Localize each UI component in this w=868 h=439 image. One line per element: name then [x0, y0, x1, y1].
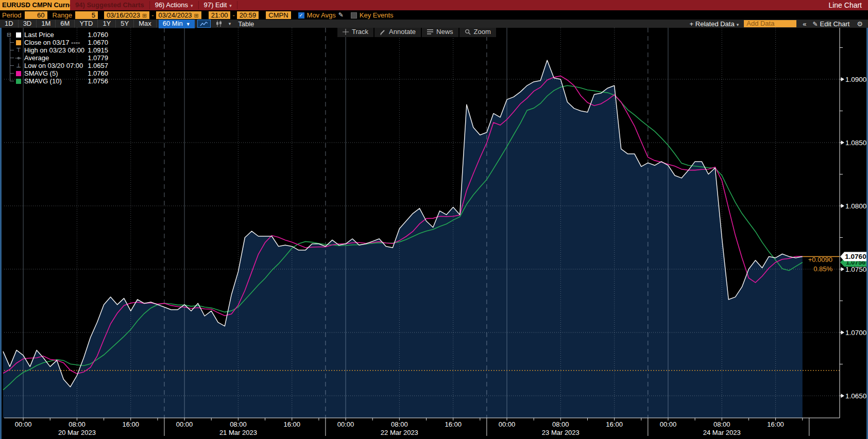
menu-edit[interactable]: 97) Edit▾ [199, 0, 237, 10]
date-from-input[interactable]: 03/16/2023⊞ [104, 11, 149, 19]
chart-tool-track-button[interactable]: Track [337, 27, 373, 37]
menu-actions[interactable]: 96) Actions▾ [150, 0, 198, 10]
y-axis-label: 1.0650 [845, 392, 866, 400]
x-axis-time-label: 00:00 [499, 420, 516, 428]
legend-row-last-price[interactable]: Last Price1.0760 [10, 31, 108, 39]
gear-icon[interactable]: ⚙ [857, 20, 863, 28]
x-axis-time-label: 00:00 [660, 420, 677, 428]
magnifier-icon [465, 29, 471, 35]
key-events-label[interactable]: Key Events [360, 11, 394, 19]
menu-suggested-charts[interactable]: 94) Suggested Charts [70, 0, 149, 10]
legend-swatch-icon [15, 79, 22, 84]
chart-type-label: Line Chart [828, 0, 868, 10]
calendar-icon[interactable]: ⊞ [142, 12, 147, 19]
y-axis-tick-arrow-icon [841, 267, 845, 271]
y-axis-label: 1.0800 [845, 202, 866, 210]
pencil-icon: ✎ [812, 21, 818, 28]
date-to-input[interactable]: 03/24/2023⊞ [156, 11, 201, 19]
line-chart-type-button[interactable] [198, 20, 210, 27]
mov-avgs-checkbox[interactable]: ✓ [298, 12, 304, 19]
legend-tree-connector [10, 81, 14, 81]
range-tab-1y[interactable]: 1Y [98, 20, 116, 28]
legend-row-high-on-03-23-06-00[interactable]: ⊤High on 03/23 06:001.0915 [10, 46, 108, 54]
chart-tool-news-button[interactable]: News [422, 27, 458, 37]
legend-label: SMAVG (10) [24, 77, 62, 85]
key-events-checkbox[interactable] [351, 12, 357, 19]
time-to-input[interactable]: 20:59 [237, 11, 259, 19]
related-data-button[interactable]: + Related Data▾ [690, 20, 739, 28]
y-axis-tick-arrow-icon [841, 204, 845, 208]
table-button[interactable]: Table [238, 20, 254, 28]
calendar-icon[interactable]: ⊞ [194, 12, 199, 19]
chart-tool-label: Track [352, 27, 368, 37]
low-marker-icon: ⊥ [15, 62, 22, 69]
interval-dropdown[interactable]: 60 Min▼ [159, 20, 195, 28]
high-marker-icon: ⊤ [15, 47, 22, 54]
caret-down-icon: ▾ [229, 3, 232, 8]
bloomberg-chart-window: 00:0008:0016:0020 Mar 202300:0008:0016:0… [0, 0, 868, 439]
legend-swatch-icon [15, 71, 22, 76]
x-axis-date-label: 21 Mar 2023 [219, 429, 257, 436]
legend-label: High on 03/23 06:00 [24, 46, 84, 54]
range-tab-5y[interactable]: 5Y [116, 20, 134, 28]
legend-row-smavg-5[interactable]: SMAVG (5)1.0760 [10, 69, 108, 77]
related-data-label: + Related Data [690, 20, 735, 28]
range-tab-1m[interactable]: 1M [37, 20, 56, 28]
chart-type-more-dropdown[interactable]: ▾ [229, 21, 231, 26]
edit-chart-button[interactable]: ✎Edit Chart [812, 20, 849, 28]
x-axis-time-label: 00:00 [176, 420, 193, 428]
range-input[interactable]: 5 [75, 11, 98, 19]
legend-value: 1.0657 [88, 62, 108, 69]
legend-row-close-on-03-17[interactable]: Close on 03/17 ----1.0670 [10, 39, 108, 46]
range-tab-6m[interactable]: 6M [56, 20, 75, 28]
period-input[interactable]: 60 [25, 11, 47, 19]
pencil-icon[interactable]: ✎ [338, 11, 344, 19]
legend-label: Average [24, 54, 49, 62]
legend-row-low-on-03-20-07-00[interactable]: ⊥Low on 03/20 07:001.0657 [10, 62, 108, 69]
collapse-panel-button[interactable]: « [803, 20, 806, 28]
x-axis-time-label: 16:00 [445, 420, 462, 428]
x-axis-time-label: 16:00 [767, 420, 784, 428]
legend-value: 1.0760 [88, 31, 108, 39]
chart-tool-zoom-button[interactable]: Zoom [459, 27, 496, 37]
legend-tree-line [10, 38, 10, 81]
range-tab-ytd[interactable]: YTD [75, 20, 98, 28]
x-axis-date-label: 22 Mar 2023 [381, 429, 418, 436]
change-percent-label: 0.85% [813, 265, 832, 273]
mov-avgs-label[interactable]: Mov Avgs [307, 11, 336, 19]
legend-tree-connector [10, 58, 14, 58]
x-axis-time-label: 00:00 [337, 420, 354, 428]
candlestick-icon [215, 21, 223, 27]
date-to-value: 03/24/2023 [159, 11, 192, 19]
caret-down-icon: ▾ [191, 3, 193, 8]
x-axis-date-label: 24 Mar 2023 [703, 429, 741, 436]
legend-row-smavg-10[interactable]: SMAVG (10)1.0756 [10, 77, 108, 85]
legend-value: 1.0670 [88, 39, 108, 46]
x-axis-date-label: 23 Mar 2023 [542, 429, 580, 436]
chart-tool-annotate-button[interactable]: Annotate [375, 27, 421, 37]
legend-row-average[interactable]: Average1.0779 [10, 54, 108, 62]
x-axis-time-label: 08:00 [713, 420, 730, 428]
candle-chart-type-button[interactable] [213, 20, 225, 27]
pricing-source-button[interactable]: CMPN [266, 11, 291, 19]
pencil-icon [380, 29, 386, 35]
y-axis-label: 1.0700 [845, 329, 866, 337]
caret-down-icon: ▾ [737, 22, 739, 27]
security-ticker[interactable]: EURUSD CMPN Curncy [0, 0, 70, 10]
x-axis-time-label: 08:00 [230, 420, 247, 428]
range-tab-max[interactable]: Max [134, 20, 157, 28]
legend-label: Last Price [24, 31, 54, 39]
legend-label: Low on 03/20 07:00 [24, 62, 83, 69]
menu-actions-label: 96) Actions [155, 1, 188, 9]
time-from-input[interactable]: 21:00 [209, 11, 231, 19]
chart-legend: ⊟ Last Price1.0760Close on 03/17 ----1.0… [7, 31, 108, 85]
range-tab-1d[interactable]: 1D [0, 20, 19, 28]
add-data-input[interactable]: Add Data [744, 20, 796, 27]
x-axis-time-label: 16:00 [122, 420, 139, 428]
date-range-dash: - [151, 11, 154, 19]
legend-tree-connector [10, 65, 14, 66]
legend-collapse-icon[interactable]: ⊟ [7, 31, 11, 38]
range-tab-3d[interactable]: 3D [19, 20, 37, 28]
price-chart[interactable]: 00:0008:0016:0020 Mar 202300:0008:0016:0… [0, 0, 868, 439]
chart-tool-label: Zoom [474, 27, 491, 37]
